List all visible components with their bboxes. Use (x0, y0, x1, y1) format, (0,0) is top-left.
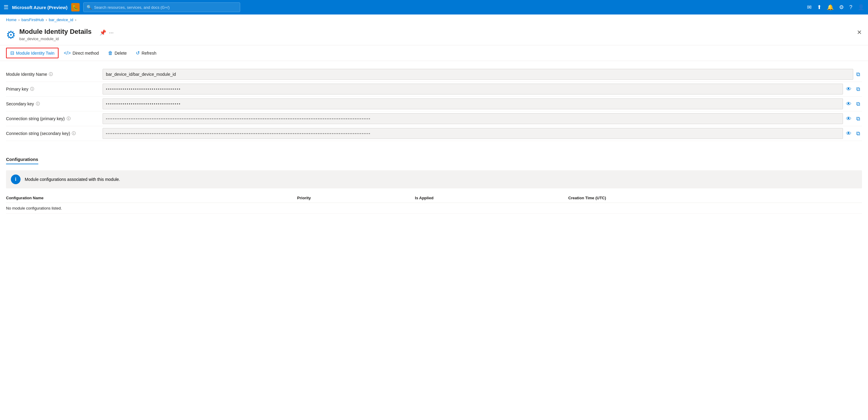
module-identity-name-value: bar_device_id/bar_device_module_id (102, 69, 853, 80)
connection-secondary-label: Connection string (secondary key) ⓘ (6, 131, 102, 136)
secondary-key-value: •••••••••••••••••••••••••••••••••••• (102, 99, 843, 109)
connection-primary-value-container: ••••••••••••••••••••••••••••••••••••••••… (102, 113, 862, 124)
direct-method-button[interactable]: </> Direct method (60, 48, 102, 58)
info-message: Module configurations associated with th… (25, 177, 120, 182)
refresh-label: Refresh (142, 51, 156, 56)
topbar: ☰ Microsoft Azure (Preview) 🐛 🔍 ✉ ⬆ 🔔 ⚙ … (0, 0, 868, 15)
breadcrumb-sep-1: › (19, 18, 20, 22)
close-button[interactable]: ✕ (857, 29, 862, 36)
more-icon[interactable]: ··· (109, 30, 114, 36)
refresh-button[interactable]: ↺ Refresh (132, 48, 160, 58)
connection-primary-eye-button[interactable]: 👁 (844, 114, 853, 123)
secondary-key-eye-button[interactable]: 👁 (844, 100, 853, 108)
cloud-shell-icon[interactable]: ⬆ (817, 4, 822, 10)
connection-secondary-value: ••••••••••••••••••••••••••••••••••••••••… (102, 128, 843, 139)
config-table-header: Configuration Name Priority Is Applied C… (6, 193, 862, 203)
breadcrumb-hub[interactable]: barsFirstHub (22, 18, 44, 22)
info-banner: i Module configurations associated with … (6, 170, 862, 189)
account-icon[interactable]: 👤 (858, 4, 864, 10)
secondary-key-label: Secondary key ⓘ (6, 101, 102, 107)
config-empty-message: No module configurations listed. (6, 203, 862, 214)
help-icon[interactable]: ? (849, 4, 852, 10)
is-applied-col: Is Applied (415, 193, 568, 203)
connection-primary-info-icon[interactable]: ⓘ (67, 116, 71, 121)
breadcrumb-sep-2: › (45, 18, 47, 22)
config-table-header-row: Configuration Name Priority Is Applied C… (6, 193, 862, 203)
toolbar: ⊟ Module Identity Twin </> Direct method… (0, 45, 868, 61)
breadcrumb: Home › barsFirstHub › bar_device_id › (0, 15, 868, 25)
form-row-secondary-key: Secondary key ⓘ ••••••••••••••••••••••••… (6, 96, 862, 111)
topbar-icons: ✉ ⬆ 🔔 ⚙ ? 👤 (807, 4, 864, 10)
pin-icon[interactable]: 📌 (99, 29, 106, 36)
refresh-icon: ↺ (136, 50, 140, 56)
info-icon: i (11, 174, 21, 184)
configurations-title: Configurations (6, 157, 38, 164)
twin-label: Module Identity Twin (16, 51, 54, 56)
config-table: Configuration Name Priority Is Applied C… (6, 193, 862, 214)
secondary-key-copy-button[interactable]: ⧉ (855, 100, 862, 108)
module-identity-name-copy-button[interactable]: ⧉ (855, 70, 862, 79)
notifications-icon[interactable]: 🔔 (827, 4, 834, 10)
connection-primary-value: ••••••••••••••••••••••••••••••••••••••••… (102, 113, 843, 124)
creation-time-col: Creation Time (UTC) (568, 193, 862, 203)
content-area: Home › barsFirstHub › bar_device_id › ⚙ … (0, 15, 868, 420)
delete-button[interactable]: 🗑 Delete (104, 48, 131, 58)
config-table-body: No module configurations listed. (6, 203, 862, 214)
primary-key-value: •••••••••••••••••••••••••••••••••••• (102, 84, 843, 94)
connection-secondary-eye-button[interactable]: 👁 (844, 129, 853, 138)
connection-primary-copy-button[interactable]: ⧉ (855, 114, 862, 123)
connection-secondary-copy-button[interactable]: ⧉ (855, 129, 862, 138)
code-icon: </> (64, 50, 71, 56)
bug-icon: 🐛 (71, 3, 80, 11)
configurations-section: Configurations (6, 149, 862, 165)
twin-icon: ⊟ (10, 50, 14, 56)
page-header-text: Module Identity Details 📌 ··· bar_device… (19, 27, 114, 41)
delete-label: Delete (115, 51, 127, 56)
page-header: ⚙ Module Identity Details 📌 ··· bar_devi… (0, 25, 868, 45)
page-subtitle: bar_device_module_id (19, 36, 114, 41)
module-identity-name-value-container: bar_device_id/bar_device_module_id ⧉ (102, 69, 862, 80)
email-icon[interactable]: ✉ (807, 4, 812, 10)
connection-primary-label: Connection string (primary key) ⓘ (6, 116, 102, 121)
connection-secondary-info-icon[interactable]: ⓘ (72, 131, 76, 136)
config-name-col: Configuration Name (6, 193, 297, 203)
form-row-connection-secondary: Connection string (secondary key) ⓘ ••••… (6, 126, 862, 141)
primary-key-copy-button[interactable]: ⧉ (855, 85, 862, 93)
page-header-actions: 📌 ··· (99, 29, 114, 36)
breadcrumb-home[interactable]: Home (6, 18, 17, 22)
form-row-module-identity-name: Module Identity Name ⓘ bar_device_id/bar… (6, 67, 862, 82)
config-empty-row: No module configurations listed. (6, 203, 862, 214)
hamburger-icon[interactable]: ☰ (4, 4, 8, 10)
search-bar[interactable]: 🔍 (83, 2, 240, 12)
breadcrumb-device[interactable]: bar_device_id (49, 18, 73, 22)
breadcrumb-sep-3: › (75, 18, 76, 22)
app-title: Microsoft Azure (Preview) (12, 5, 68, 10)
settings-icon[interactable]: ⚙ (839, 4, 844, 10)
primary-key-info-icon[interactable]: ⓘ (30, 86, 34, 92)
delete-icon: 🗑 (108, 50, 113, 56)
module-icon: ⚙ (6, 29, 16, 41)
search-icon: 🔍 (87, 5, 92, 10)
module-identity-name-label: Module Identity Name ⓘ (6, 72, 102, 77)
direct-method-label: Direct method (73, 51, 99, 56)
primary-key-value-container: •••••••••••••••••••••••••••••••••••• 👁 ⧉ (102, 84, 862, 94)
module-identity-twin-button[interactable]: ⊟ Module Identity Twin (6, 48, 59, 58)
main-content: Module Identity Name ⓘ bar_device_id/bar… (0, 61, 868, 220)
connection-secondary-value-container: ••••••••••••••••••••••••••••••••••••••••… (102, 128, 862, 139)
priority-col: Priority (297, 193, 415, 203)
form-row-primary-key: Primary key ⓘ ••••••••••••••••••••••••••… (6, 82, 862, 96)
page-title: Module Identity Details (19, 28, 92, 36)
primary-key-eye-button[interactable]: 👁 (844, 85, 853, 93)
module-identity-name-info-icon[interactable]: ⓘ (49, 72, 53, 77)
form-row-connection-primary: Connection string (primary key) ⓘ ••••••… (6, 111, 862, 126)
search-input[interactable] (94, 5, 237, 10)
primary-key-label: Primary key ⓘ (6, 86, 102, 92)
secondary-key-value-container: •••••••••••••••••••••••••••••••••••• 👁 ⧉ (102, 99, 862, 109)
secondary-key-info-icon[interactable]: ⓘ (36, 101, 40, 107)
